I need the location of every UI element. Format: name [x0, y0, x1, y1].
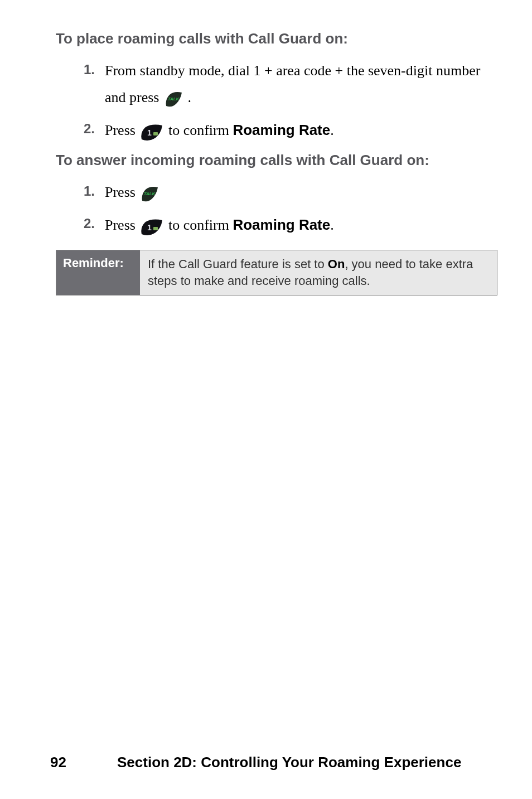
reminder-body-bold: On [328, 257, 345, 271]
svg-rect-2 [153, 132, 158, 135]
step-number: 1. [72, 57, 105, 82]
page-number: 92 [50, 754, 117, 771]
one-key-icon: 1 [140, 218, 163, 235]
step-text-mid: to confirm [168, 217, 233, 233]
step-number: 2. [72, 211, 105, 236]
answer-step-2: 2. Press 1 to confirm Roaming Rate. [72, 211, 493, 239]
roaming-rate-label: Roaming Rate [233, 216, 330, 233]
svg-rect-5 [153, 227, 158, 230]
reminder-label: Reminder: [56, 250, 140, 294]
step-text-pre: From standby mode, dial 1 + area code + … [105, 62, 480, 105]
place-calls-heading: To place roaming calls with Call Guard o… [56, 30, 493, 47]
step-text: Press 1 to confirm Roaming Rate. [105, 211, 493, 239]
reminder-body-pre: If the Call Guard feature is set to [148, 257, 328, 271]
page-container: To place roaming calls with Call Guard o… [0, 0, 532, 799]
reminder-box: Reminder: If the Call Guard feature is s… [56, 250, 497, 295]
step-number: 1. [72, 179, 105, 204]
step-text-post: . [330, 122, 334, 138]
step-text: Press TALK [105, 179, 493, 206]
step-text-post: . [330, 217, 334, 233]
answer-step-1: 1. Press TALK [72, 179, 493, 206]
step-text-mid: to confirm [168, 122, 233, 138]
svg-text:TALK: TALK [168, 96, 180, 101]
place-step-1: 1. From standby mode, dial 1 + area code… [72, 57, 493, 111]
one-key-icon: 1 [140, 123, 163, 140]
answer-calls-heading: To answer incoming roaming calls with Ca… [56, 152, 493, 169]
talk-key-icon: TALK [140, 185, 159, 202]
step-text-pre: Press [105, 122, 139, 138]
roaming-rate-label: Roaming Rate [233, 122, 330, 138]
section-title: Section 2D: Controlling Your Roaming Exp… [117, 754, 461, 771]
step-text-post: . [187, 89, 191, 105]
step-text-pre: Press [105, 217, 139, 233]
step-text: From standby mode, dial 1 + area code + … [105, 57, 493, 111]
step-text-pre: Press [105, 184, 139, 200]
reminder-body: If the Call Guard feature is set to On, … [140, 250, 497, 294]
step-number: 2. [72, 117, 105, 141]
svg-text:1: 1 [148, 223, 152, 232]
svg-text:TALK: TALK [144, 191, 156, 196]
place-step-2: 2. Press 1 to confirm Roaming Rate. [72, 117, 493, 144]
talk-key-icon: TALK [164, 90, 183, 107]
page-footer: 92 Section 2D: Controlling Your Roaming … [50, 754, 493, 771]
step-text: Press 1 to confirm Roaming Rate. [105, 117, 493, 144]
svg-text:1: 1 [148, 128, 152, 137]
